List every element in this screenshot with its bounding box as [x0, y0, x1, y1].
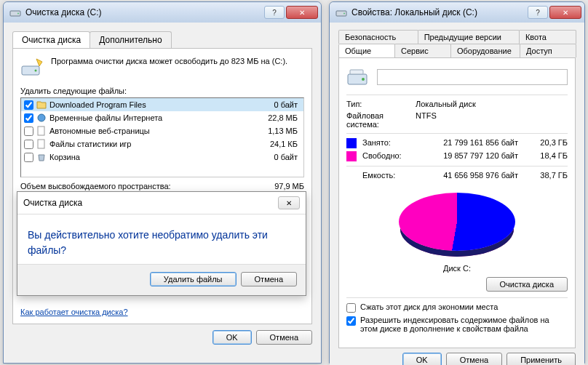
tab-panel-general: Тип: Локальный диск Файловая система: NT…	[338, 57, 576, 348]
cancel-button[interactable]: Отмена	[446, 353, 502, 365]
confirm-dialog: Очистка диска ✕ Вы действительно хотите …	[17, 191, 306, 296]
used-label: Занято:	[362, 138, 421, 148]
freed-space-label: Объем высвобождаемого пространства:	[20, 182, 261, 190]
trash-icon	[36, 152, 47, 162]
drive-icon	[335, 7, 347, 18]
file-list[interactable]: Downloaded Program Files 0 байт Временны…	[20, 97, 304, 177]
list-item[interactable]: Корзина 0 байт	[21, 151, 303, 164]
index-label: Разрешить индексировать содержимое файло…	[360, 316, 568, 333]
free-gb: 18,4 ГБ	[524, 151, 568, 161]
svg-point-4	[38, 114, 45, 121]
free-bytes: 19 857 797 120 байт	[421, 151, 524, 161]
used-swatch	[346, 138, 357, 148]
list-item[interactable]: Файлы статистики игр 24,1 КБ	[21, 137, 303, 151]
svg-point-8	[343, 13, 345, 15]
cleanup-icon	[20, 56, 44, 79]
fs-label: Файловая система:	[346, 111, 416, 129]
svg-rect-11	[350, 70, 363, 74]
disk-cleanup-window: Очистка диска (C:) ? ✕ Очистка диска Доп…	[3, 1, 322, 364]
list-item[interactable]: Автономные веб-страницы 1,13 МБ	[21, 124, 303, 137]
svg-rect-5	[38, 127, 44, 135]
page-icon	[36, 126, 47, 136]
used-bytes: 21 799 161 856 байт	[421, 138, 524, 148]
free-label: Свободно:	[362, 151, 421, 161]
drive-properties-window: Свойства: Локальный диск (C:) ? ✕ Безопа…	[329, 1, 585, 364]
file-name: Автономные веб-страницы	[49, 127, 250, 135]
ok-button[interactable]: OK	[212, 330, 252, 345]
confirm-message: Вы действительно хотите необратимо удали…	[28, 228, 295, 258]
file-size: 0 байт	[250, 100, 301, 109]
freed-space-value: 97,9 МБ	[261, 182, 304, 190]
tab-service[interactable]: Сервис	[394, 44, 451, 57]
intro-text: Программа очистки диска может освободить…	[51, 56, 287, 66]
help-button[interactable]: ?	[528, 6, 548, 19]
delete-files-label: Удалить следующие файлы:	[20, 87, 304, 95]
cancel-button[interactable]: Отмена	[256, 330, 312, 345]
tab-access[interactable]: Доступ	[520, 44, 576, 57]
capacity-label: Емкость:	[362, 171, 421, 181]
tab-general[interactable]: Общие	[338, 44, 395, 57]
file-checkbox[interactable]	[24, 100, 33, 110]
file-name: Корзина	[49, 153, 250, 161]
window-title: Свойства: Локальный диск (C:)	[351, 7, 528, 17]
globe-icon	[36, 113, 47, 123]
titlebar[interactable]: Очистка диска (C:) ? ✕	[4, 2, 321, 23]
tab-more[interactable]: Дополнительно	[90, 31, 171, 48]
page-icon	[36, 139, 47, 149]
titlebar[interactable]: Свойства: Локальный диск (C:) ? ✕	[330, 2, 584, 23]
type-value: Локальный диск	[416, 100, 568, 108]
tab-quota[interactable]: Квота	[519, 30, 576, 44]
list-item[interactable]: Временные файлы Интернета 22,8 МБ	[21, 111, 303, 124]
disk-cleanup-button[interactable]: Очистка диска	[486, 277, 568, 292]
file-name: Файлы статистики игр	[49, 140, 250, 148]
type-label: Тип:	[346, 100, 416, 108]
file-size: 24,1 КБ	[250, 140, 301, 148]
window-title: Очистка диска (C:)	[25, 7, 264, 17]
index-option[interactable]: Разрешить индексировать содержимое файло…	[346, 316, 568, 333]
used-gb: 20,3 ГБ	[524, 138, 568, 148]
folder-icon	[36, 100, 47, 110]
compress-checkbox[interactable]	[346, 303, 356, 313]
file-checkbox[interactable]	[24, 127, 33, 136]
confirm-title: Очистка диска	[23, 198, 278, 208]
tab-previous[interactable]: Предыдущие версии	[418, 30, 520, 44]
file-size: 22,8 МБ	[250, 113, 301, 122]
drive-large-icon	[346, 65, 370, 89]
confirm-cancel-button[interactable]: Отмена	[241, 272, 297, 286]
list-item[interactable]: Downloaded Program Files 0 байт	[21, 98, 303, 111]
fs-value: NTFS	[416, 111, 568, 129]
capacity-bytes: 41 656 958 976 байт	[421, 171, 524, 181]
usage-pie-chart: Диск C:	[346, 185, 568, 273]
apply-button[interactable]: Применить	[506, 353, 576, 365]
compress-label: Сжать этот диск для экономии места	[360, 302, 498, 311]
svg-rect-6	[38, 140, 44, 148]
confirm-close-button[interactable]: ✕	[278, 196, 300, 209]
file-name: Временные файлы Интернета	[49, 113, 250, 122]
file-checkbox[interactable]	[24, 153, 33, 162]
svg-point-1	[17, 13, 19, 15]
svg-point-3	[35, 70, 37, 72]
tabstrip: Очистка диска Дополнительно	[9, 28, 315, 48]
close-button[interactable]: ✕	[549, 6, 581, 19]
capacity-gb: 38,7 ГБ	[524, 171, 568, 181]
ok-button[interactable]: OK	[402, 353, 442, 365]
file-checkbox[interactable]	[24, 113, 33, 123]
index-checkbox[interactable]	[346, 316, 356, 326]
file-size: 1,13 МБ	[250, 127, 301, 135]
close-button[interactable]: ✕	[286, 6, 318, 19]
drive-name-input[interactable]	[377, 69, 568, 85]
help-button[interactable]: ?	[264, 6, 285, 19]
file-size: 0 байт	[250, 153, 301, 161]
file-checkbox[interactable]	[24, 140, 33, 149]
free-swatch	[346, 151, 357, 161]
howto-link[interactable]: Как работает очистка диска?	[20, 308, 128, 316]
tab-hardware[interactable]: Оборудование	[450, 44, 520, 57]
file-name: Downloaded Program Files	[49, 100, 250, 109]
delete-files-button[interactable]: Удалить файлы	[150, 272, 237, 286]
pie-label: Диск C:	[443, 264, 471, 273]
tab-cleanup[interactable]: Очистка диска	[12, 31, 90, 48]
tab-security[interactable]: Безопасность	[338, 30, 418, 44]
drive-icon	[9, 7, 21, 18]
compress-option[interactable]: Сжать этот диск для экономии места	[346, 302, 568, 313]
svg-point-10	[362, 78, 365, 81]
